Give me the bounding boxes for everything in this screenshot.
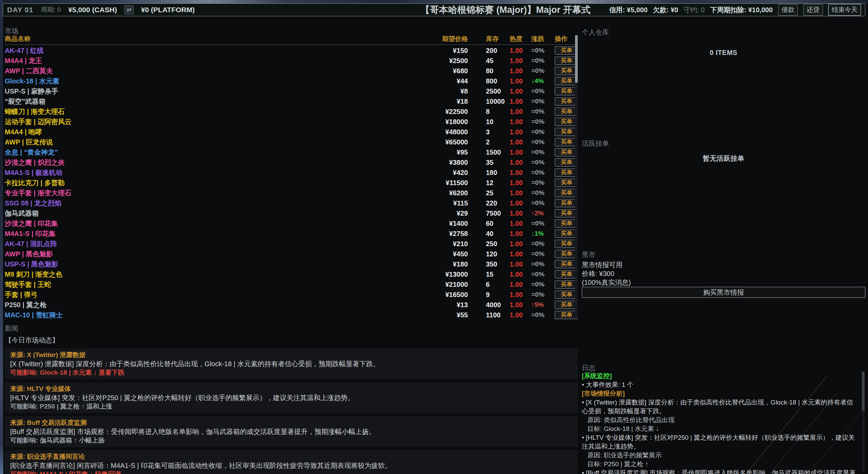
item-price: ¥44 <box>397 77 468 85</box>
buy-order-button[interactable]: 买单 <box>555 128 578 136</box>
market-row[interactable]: 沙漠之鹰 | 炽烈之炎 ¥3800 35 1.00 =0% 买单 <box>5 157 578 167</box>
item-name[interactable]: MAC-10 | 雪虹骑士 <box>5 311 397 320</box>
buy-order-button[interactable]: 买单 <box>555 230 578 238</box>
swap-funds-button[interactable]: ⇄ <box>124 5 134 14</box>
item-name[interactable]: 沙漠之鹰 | 炽烈之炎 <box>5 158 397 167</box>
market-row[interactable]: 沙漠之鹰 | 印花集 ¥1400 60 1.00 =0% 买单 <box>5 218 578 229</box>
item-name[interactable]: 运动手套 | 迈阿密风云 <box>5 117 397 126</box>
item-name[interactable]: 驾驶手套 | 王蛇 <box>5 280 397 289</box>
market-row[interactable]: AWP | 巨龙传说 ¥65000 2 1.00 =0% 买单 <box>5 137 578 147</box>
market-row[interactable]: USP-S | 寂静杀手 ¥8 2500 1.00 =0% 买单 <box>5 86 578 96</box>
market-row[interactable]: M4A1-S | 极速机动 ¥420 180 1.00 =0% 买单 <box>5 167 578 178</box>
buy-order-button[interactable]: 买单 <box>555 46 578 55</box>
buy-order-button[interactable]: 买单 <box>555 199 578 207</box>
buy-order-button[interactable]: 买单 <box>555 77 578 85</box>
item-name[interactable]: 全息 | “黄金神龙” <box>5 148 397 157</box>
item-price: ¥1400 <box>397 220 468 228</box>
item-name[interactable]: M4A4 | 咆哮 <box>5 127 397 137</box>
buy-order-button[interactable]: 买单 <box>555 67 578 75</box>
item-name[interactable]: SSG 08 | 龙之烈焰 <box>5 199 397 208</box>
buy-order-button[interactable]: 买单 <box>555 260 578 268</box>
repay-button[interactable]: 还贷 <box>803 4 823 16</box>
buy-order-button[interactable]: 买单 <box>555 87 578 95</box>
end-day-button[interactable]: 结束今天 <box>828 4 861 16</box>
market-row[interactable]: MAC-10 | 雪虹骑士 ¥55 1100 1.00 =0% 买单 <box>5 310 578 319</box>
buy-order-button[interactable]: 买单 <box>555 97 578 105</box>
market-row[interactable]: M4A1-S | 印花集 ¥2758 40 1.00 ↓1% 买单 <box>5 229 578 239</box>
buy-order-button[interactable]: 买单 <box>555 240 578 248</box>
item-name[interactable]: 手套 | 弹弓 <box>5 290 397 299</box>
market-row[interactable]: 蝴蝶刀 | 渐变大理石 ¥22500 8 1.00 =0% 买单 <box>5 106 578 117</box>
item-name[interactable]: 蝴蝶刀 | 渐变大理石 <box>5 107 397 116</box>
buy-order-button[interactable]: 买单 <box>555 209 578 217</box>
market-row[interactable]: P250 | 翼之枪 ¥13 4000 1.00 ↑5% 买单 <box>5 300 578 310</box>
item-name[interactable]: M9 刺刀 | 渐变之色 <box>5 270 397 279</box>
market-row[interactable]: 运动手套 | 迈阿密风云 ¥18000 10 1.00 =0% 买单 <box>5 117 578 127</box>
item-name[interactable]: AK-47 | 红线 <box>5 46 397 55</box>
inventory-empty-state: 0 ITEMS <box>582 49 865 57</box>
buy-order-button[interactable]: 买单 <box>555 311 578 319</box>
market-row[interactable]: AK-47 | 混乱点阵 ¥210 250 1.00 =0% 买单 <box>5 239 578 249</box>
item-name[interactable]: M4A1-S | 极速机动 <box>5 168 397 177</box>
buy-order-button[interactable]: 买单 <box>555 270 578 278</box>
item-name[interactable]: M4A1-S | 印花集 <box>5 229 397 238</box>
market-row[interactable]: M4A4 | 龙王 ¥2500 45 1.00 =0% 买单 <box>5 56 578 66</box>
market-row[interactable]: M4A4 | 咆哮 ¥48000 3 1.00 =0% 买单 <box>5 127 578 137</box>
log-scrollbar-thumb[interactable] <box>862 372 865 411</box>
market-row[interactable]: AK-47 | 红线 ¥150 200 1.00 =0% 买单 <box>5 45 578 56</box>
item-name[interactable]: M4A4 | 龙王 <box>5 56 397 65</box>
buy-order-button[interactable]: 买单 <box>555 189 578 197</box>
market-row[interactable]: 专业手套 | 渐变大理石 ¥6200 25 1.00 =0% 买单 <box>5 188 578 198</box>
item-price: ¥450 <box>397 250 468 258</box>
buy-order-button[interactable]: 买单 <box>555 107 578 116</box>
market-row[interactable]: M9 刺刀 | 渐变之色 ¥13000 15 1.00 =0% 买单 <box>5 269 578 279</box>
item-name[interactable]: Glock-18 | 水元素 <box>5 77 397 86</box>
item-name[interactable]: 沙漠之鹰 | 印花集 <box>5 219 397 228</box>
item-name[interactable]: P250 | 翼之枪 <box>5 300 397 310</box>
market-row[interactable]: 驾驶手套 | 王蛇 ¥21000 6 1.00 =0% 买单 <box>5 279 578 290</box>
buy-order-button[interactable]: 买单 <box>555 118 578 126</box>
market-row[interactable]: 伽马武器箱 ¥29 7500 1.00 ↑2% 买单 <box>5 208 578 218</box>
buy-order-button[interactable]: 买单 <box>555 148 578 156</box>
market-row[interactable]: Glock-18 | 水元素 ¥44 800 1.00 ↓4% 买单 <box>5 76 578 86</box>
item-name[interactable]: 伽马武器箱 <box>5 209 397 218</box>
item-change: =0% <box>527 240 551 248</box>
item-name[interactable]: AK-47 | 混乱点阵 <box>5 239 397 249</box>
buy-order-button[interactable]: 买单 <box>555 301 578 309</box>
market-row[interactable]: 卡拉比克刀 | 多普勒 ¥11500 12 1.00 =0% 买单 <box>5 178 578 188</box>
item-name[interactable]: AWP | 黑色魅影 <box>5 250 397 259</box>
market-row[interactable]: AWP | 黑色魅影 ¥450 120 1.00 =0% 买单 <box>5 249 578 259</box>
item-action-cell: 买单 <box>551 57 578 65</box>
log-scrollbar[interactable] <box>862 372 865 473</box>
market-row[interactable]: AWP | 二西莫夫 ¥680 80 1.00 =0% 买单 <box>5 66 578 76</box>
item-stock: 35 <box>468 159 507 166</box>
buy-order-button[interactable]: 买单 <box>555 179 578 187</box>
buy-order-button[interactable]: 买单 <box>555 219 578 228</box>
market-row[interactable]: USP-S | 黑色魅影 ¥180 350 1.00 =0% 买单 <box>5 259 578 269</box>
buy-order-button[interactable]: 买单 <box>555 291 578 299</box>
buy-order-button[interactable]: 买单 <box>555 250 578 258</box>
item-name[interactable]: USP-S | 寂静杀手 <box>5 87 397 96</box>
item-name[interactable]: AWP | 二西莫夫 <box>5 66 397 76</box>
market-row[interactable]: “裂空”武器箱 ¥18 10000 1.00 =0% 买单 <box>5 96 578 106</box>
item-heat: 1.00 <box>507 128 527 136</box>
market-row[interactable]: SSG 08 | 龙之烈焰 ¥115 220 1.00 =0% 买单 <box>5 198 578 208</box>
buy-order-button[interactable]: 买单 <box>555 57 578 65</box>
market-row[interactable]: 手套 | 弹弓 ¥16500 9 1.00 =0% 买单 <box>5 290 578 300</box>
buy-order-button[interactable]: 买单 <box>555 158 578 166</box>
item-action-cell: 买单 <box>551 87 578 95</box>
item-name[interactable]: “裂空”武器箱 <box>5 97 397 106</box>
borrow-button[interactable]: 借款 <box>778 4 798 16</box>
item-name[interactable]: 专业手套 | 渐变大理石 <box>5 189 397 198</box>
buy-order-button[interactable]: 买单 <box>555 280 578 289</box>
buy-order-button[interactable]: 买单 <box>555 138 578 146</box>
item-name[interactable]: 卡拉比克刀 | 多普勒 <box>5 178 397 187</box>
buy-intel-button[interactable]: 购买黑市情报 <box>582 287 865 298</box>
item-change: =0% <box>527 311 551 319</box>
item-name[interactable]: USP-S | 黑色魅影 <box>5 260 397 269</box>
item-name[interactable]: AWP | 巨龙传说 <box>5 138 397 147</box>
buy-order-button[interactable]: 买单 <box>555 169 578 177</box>
market-row[interactable]: 全息 | “黄金神龙” ¥95 1500 1.00 =0% 买单 <box>5 147 578 157</box>
market-scrollbar-thumb[interactable] <box>575 35 578 83</box>
market-scrollbar[interactable] <box>575 35 578 317</box>
